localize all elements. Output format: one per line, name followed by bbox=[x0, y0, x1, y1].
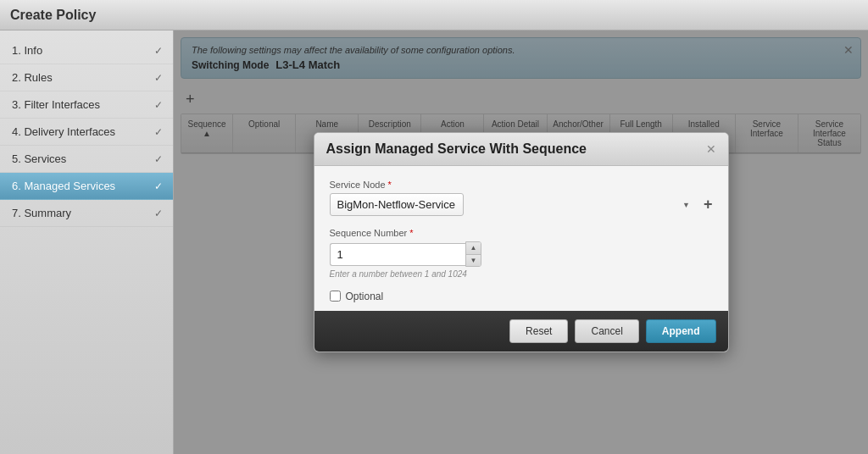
sidebar-item-label: 3. Filter Interfaces bbox=[12, 98, 100, 111]
sequence-input-row: ▲ ▼ bbox=[330, 241, 713, 266]
add-service-node-button[interactable]: + bbox=[704, 196, 713, 213]
modal-close-button[interactable]: ✕ bbox=[706, 142, 716, 156]
service-node-group: Service Node * BigMon-Netflow-Service + bbox=[330, 180, 713, 216]
sidebar-item-label: 5. Services bbox=[12, 152, 66, 165]
sequence-number-input[interactable] bbox=[330, 243, 465, 266]
check-icon: ✓ bbox=[154, 208, 163, 219]
sidebar-item-managed-services[interactable]: 6. Managed Services ✓ bbox=[0, 173, 173, 200]
sequence-number-group: Sequence Number * ▲ ▼ Enter a number b bbox=[330, 228, 713, 278]
modal-title: Assign Managed Service With Sequence bbox=[326, 141, 587, 157]
sidebar-item-services[interactable]: 5. Services ✓ bbox=[0, 146, 173, 173]
sequence-hint: Enter a number between 1 and 1024 bbox=[330, 269, 713, 279]
sidebar-item-summary[interactable]: 7. Summary ✓ bbox=[0, 200, 173, 227]
sidebar-item-label: 1. Info bbox=[12, 44, 42, 57]
main-content: 1. Info ✓ 2. Rules ✓ 3. Filter Interface… bbox=[0, 30, 868, 454]
check-icon: ✓ bbox=[154, 99, 163, 111]
service-node-select-wrapper: BigMon-Netflow-Service bbox=[330, 193, 697, 216]
service-node-select[interactable]: BigMon-Netflow-Service bbox=[330, 193, 464, 216]
sidebar-item-label: 4. Delivery Interfaces bbox=[12, 125, 115, 138]
sequence-number-label: Sequence Number * bbox=[330, 228, 713, 238]
sidebar-item-label: 6. Managed Services bbox=[12, 180, 115, 192]
optional-checkbox[interactable] bbox=[330, 291, 341, 302]
modal-title-bar: Assign Managed Service With Sequence ✕ bbox=[314, 133, 728, 166]
cancel-button[interactable]: Cancel bbox=[575, 319, 638, 343]
check-icon: ✓ bbox=[154, 126, 163, 138]
modal-footer: Reset Cancel Append bbox=[314, 311, 728, 352]
sidebar-item-label: 2. Rules bbox=[12, 71, 53, 84]
check-icon: ✓ bbox=[154, 180, 163, 192]
service-node-label: Service Node * bbox=[330, 180, 713, 190]
spinner-down-button[interactable]: ▼ bbox=[466, 254, 481, 266]
spinner-up-button[interactable]: ▲ bbox=[466, 242, 481, 253]
spinner-buttons: ▲ ▼ bbox=[465, 241, 482, 266]
sidebar-item-info[interactable]: 1. Info ✓ bbox=[0, 37, 173, 64]
modal-body: Service Node * BigMon-Netflow-Service + bbox=[314, 166, 728, 310]
sidebar-item-rules[interactable]: 2. Rules ✓ bbox=[0, 64, 173, 91]
append-button[interactable]: Append bbox=[646, 319, 716, 343]
sidebar-item-delivery-interfaces[interactable]: 4. Delivery Interfaces ✓ bbox=[0, 119, 173, 146]
sidebar-item-label: 7. Summary bbox=[12, 207, 71, 219]
check-icon: ✓ bbox=[154, 153, 163, 165]
optional-label: Optional bbox=[346, 291, 384, 302]
modal-overlay: Assign Managed Service With Sequence ✕ S… bbox=[174, 30, 868, 454]
window-title: Create Policy bbox=[10, 8, 96, 23]
modal-dialog: Assign Managed Service With Sequence ✕ S… bbox=[314, 132, 729, 352]
optional-row: Optional bbox=[330, 291, 713, 302]
right-panel: ✕ The following settings may affect the … bbox=[174, 30, 868, 454]
app-window: Create Policy 1. Info ✓ 2. Rules ✓ 3. Fi… bbox=[0, 0, 868, 454]
service-node-row: BigMon-Netflow-Service + bbox=[330, 193, 713, 216]
sidebar-item-filter-interfaces[interactable]: 3. Filter Interfaces ✓ bbox=[0, 91, 173, 119]
check-icon: ✓ bbox=[154, 45, 163, 57]
title-bar: Create Policy bbox=[0, 0, 868, 30]
sidebar: 1. Info ✓ 2. Rules ✓ 3. Filter Interface… bbox=[0, 30, 174, 454]
check-icon: ✓ bbox=[154, 72, 163, 84]
reset-button[interactable]: Reset bbox=[509, 319, 568, 343]
